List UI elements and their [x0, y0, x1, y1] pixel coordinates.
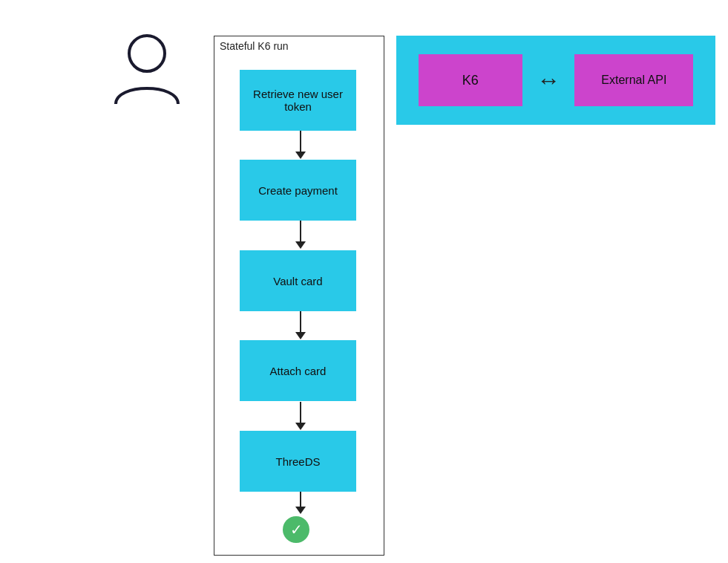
arrow-1	[295, 131, 306, 159]
arrow-3	[295, 311, 306, 339]
person-icon	[110, 30, 184, 111]
success-circle: ✓	[283, 516, 309, 543]
step-threeds: ThreeDS	[240, 431, 356, 492]
step-attach-card: Attach card	[240, 340, 356, 401]
checkmark-icon: ✓	[290, 522, 303, 537]
arrow-4	[295, 402, 306, 430]
step-create-payment: Create payment	[240, 160, 356, 221]
arrow-final	[295, 492, 306, 514]
main-canvas: Stateful K6 run Retrieve new user token …	[0, 0, 728, 563]
step-retrieve-token: Retrieve new user token	[240, 70, 356, 131]
double-arrow-icon: ↔	[537, 67, 560, 94]
stateful-label: Stateful K6 run	[220, 40, 289, 52]
arrow-2	[295, 221, 306, 249]
external-api-box: External API	[574, 54, 693, 106]
step-vault-card: Vault card	[240, 250, 356, 311]
right-panel: K6 ↔ External API	[396, 36, 715, 125]
k6-box: K6	[419, 54, 522, 106]
svg-point-0	[129, 36, 165, 71]
